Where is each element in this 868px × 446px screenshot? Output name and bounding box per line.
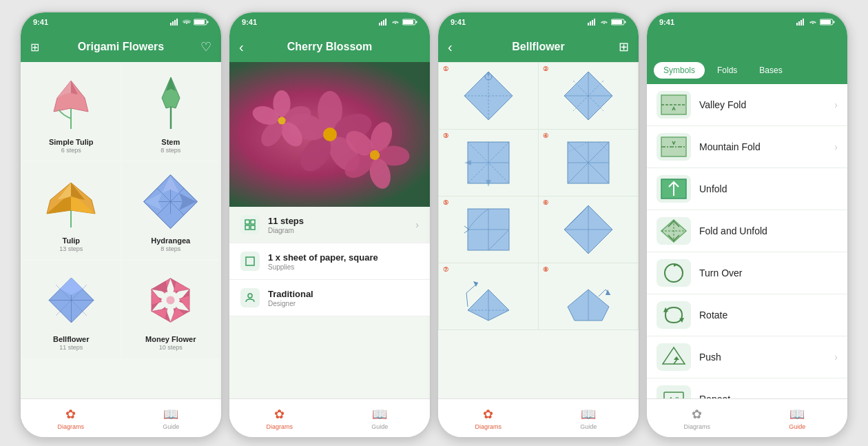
- rotate-icon-box: [657, 301, 691, 329]
- flower-thumb-money-flower: [140, 269, 202, 331]
- tab-guide-4[interactable]: 📖 Guide: [747, 399, 848, 437]
- flower-card-bellflower[interactable]: Bellflower 11 steps: [22, 261, 121, 358]
- tab-diagrams-1[interactable]: ✿ Diagrams: [21, 399, 121, 437]
- symbol-row-unfold: Unfold: [647, 168, 847, 210]
- valley-fold-label: Valley Fold: [699, 99, 834, 110]
- info-row-steps[interactable]: 11 steps Diagram ›: [229, 207, 430, 243]
- svg-rect-73: [245, 220, 249, 224]
- cherry-flowers-bg: [229, 62, 430, 207]
- flower-card-tulip-simple[interactable]: Simple Tulip 6 steps: [22, 63, 121, 161]
- svg-rect-84: [612, 20, 622, 24]
- tulip-simple-icon: [43, 74, 99, 132]
- symbol-row-valley-fold[interactable]: Valley Fold ›: [647, 84, 847, 126]
- status-bar-3: 9:41: [438, 12, 639, 32]
- diagram-grid: ① ②: [438, 62, 639, 330]
- flower-steps-money-flower: 10 steps: [159, 344, 183, 351]
- info-title-supplies: 1 x sheet of paper, square: [268, 252, 419, 263]
- svg-rect-6: [207, 21, 209, 23]
- phone-screen-3: 9:41 ‹ Bellflower ⊞ ①: [437, 11, 640, 438]
- diagram-cell-3: ③: [439, 130, 538, 196]
- flower-thumb-tulip: [40, 170, 102, 232]
- flower-steps-tulip: 13 steps: [59, 245, 83, 252]
- flower-card-money-flower[interactable]: Money Flower 10 steps: [122, 261, 220, 358]
- diagrams-tab-icon-2: ✿: [274, 407, 285, 422]
- symbol-row-push[interactable]: Push ›: [647, 336, 847, 378]
- push-label: Push: [699, 352, 834, 363]
- guide-tab-bases[interactable]: Bases: [750, 62, 792, 79]
- guide-tab-symbols[interactable]: Symbols: [654, 62, 705, 79]
- flower-steps-stem: 8 steps: [161, 147, 180, 154]
- symbol-row-mountain-fold[interactable]: Mountain Fold ›: [647, 126, 847, 168]
- status-icons-1: [170, 19, 209, 26]
- step-8-diagram: [561, 269, 616, 324]
- guide-tab-icon-3: 📖: [581, 407, 596, 422]
- info-title-steps: 11 steps: [268, 216, 415, 226]
- tab-bar-3: ✿ Diagrams 📖 Guide: [438, 398, 639, 437]
- svg-rect-77: [246, 257, 254, 265]
- svg-point-60: [323, 128, 337, 141]
- svg-rect-5: [194, 20, 205, 24]
- flower-card-hydrangea[interactable]: Hydrangea 8 steps: [122, 162, 220, 259]
- tab-diagrams-2[interactable]: ✿ Diagrams: [229, 399, 330, 437]
- grid-icon-left[interactable]: ⊞: [30, 41, 39, 54]
- repeat-icon-box: 4-6: [657, 385, 691, 398]
- back-button-2[interactable]: ‹: [239, 39, 244, 55]
- push-icon: [659, 345, 689, 369]
- signal-icon-2: [379, 19, 389, 26]
- flower-thumb-hydrangea: [140, 170, 202, 232]
- flower-card-stem[interactable]: Stem 8 steps: [122, 63, 220, 161]
- svg-marker-134: [663, 347, 685, 364]
- svg-rect-51: [385, 19, 386, 26]
- svg-rect-124: [834, 21, 835, 23]
- info-icon-supplies: [240, 252, 260, 271]
- svg-point-72: [369, 150, 379, 160]
- svg-point-78: [248, 294, 252, 298]
- svg-rect-120: [800, 20, 802, 26]
- valley-fold-chevron: ›: [834, 99, 838, 110]
- nav-title-1: Origami Flowers: [78, 41, 164, 53]
- diagram-cell-6: ⑥: [539, 196, 638, 263]
- bookmark-icon[interactable]: ♡: [200, 39, 211, 54]
- tab-diagrams-4[interactable]: ✿ Diagrams: [647, 399, 747, 437]
- tab-diagrams-3[interactable]: ✿ Diagrams: [438, 399, 539, 437]
- svg-rect-1: [172, 21, 174, 26]
- repeat-label: Repeat: [699, 394, 838, 398]
- tab-guide-2[interactable]: 📖 Guide: [330, 399, 431, 437]
- flower-steps-bellflower: 11 steps: [59, 344, 83, 351]
- flower-grid: Simple Tulip 6 steps Stem 8 steps: [21, 62, 221, 359]
- flower-name-hydrangea: Hydrangea: [151, 236, 190, 245]
- step-num-2: ②: [543, 65, 548, 72]
- tab-diagrams-label-4: Diagrams: [683, 423, 710, 430]
- svg-rect-80: [590, 21, 591, 26]
- diagram-cell-5: ⑤: [439, 196, 538, 263]
- svg-rect-50: [383, 20, 384, 26]
- tab-guide-label-3: Guide: [580, 423, 597, 430]
- info-content-designer: Traditional Designer: [268, 289, 419, 307]
- svg-rect-49: [381, 21, 382, 26]
- svg-rect-75: [245, 225, 249, 230]
- svg-point-66: [278, 116, 285, 124]
- phone-screen-1: 9:41 ⊞ Origami Flowers ♡: [19, 11, 223, 438]
- nav-title-3: Bellflower: [512, 41, 564, 53]
- step-4-diagram: [561, 135, 616, 190]
- tab-bar-2: ✿ Diagrams 📖 Guide: [229, 398, 430, 437]
- flower-name-money-flower: Money Flower: [145, 335, 196, 343]
- back-button-3[interactable]: ‹: [448, 39, 453, 55]
- tab-guide-3[interactable]: 📖 Guide: [539, 399, 639, 437]
- tab-guide-1[interactable]: 📖 Guide: [121, 399, 222, 437]
- flower-name-stem: Stem: [161, 138, 180, 146]
- tab-guide-label-1: Guide: [163, 423, 179, 430]
- tab-diagrams-label-1: Diagrams: [57, 423, 84, 430]
- svg-rect-3: [176, 19, 178, 26]
- guide-tab-folds[interactable]: Folds: [707, 62, 747, 79]
- flower-thumb-bellflower: [40, 269, 102, 331]
- svg-rect-74: [251, 220, 255, 224]
- step-num-6: ⑥: [543, 199, 548, 206]
- mountain-fold-icon: [659, 134, 689, 159]
- symbol-row-repeat: 4-6 Repeat: [647, 378, 847, 398]
- person-icon-designer: [245, 292, 256, 303]
- phone-screen-4: 9:41 Symbols Folds Bases: [645, 11, 849, 438]
- svg-rect-79: [588, 23, 589, 26]
- flower-card-tulip[interactable]: Tulip 13 steps: [22, 162, 121, 259]
- grid-icon-right-3[interactable]: ⊞: [619, 39, 629, 54]
